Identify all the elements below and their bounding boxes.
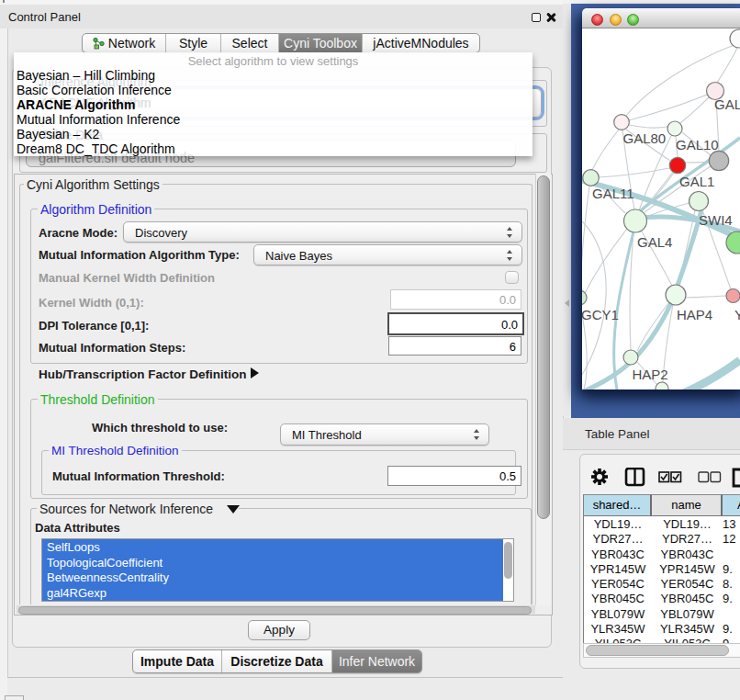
svg-text:SWI4: SWI4 bbox=[699, 212, 733, 228]
svg-text:GAL1: GAL1 bbox=[679, 174, 714, 189]
svg-text:GAL7: GAL7 bbox=[714, 96, 740, 112]
svg-text:GCY1: GCY1 bbox=[582, 307, 619, 322]
svg-text:GAL11: GAL11 bbox=[592, 186, 634, 201]
svg-text:HAP2: HAP2 bbox=[633, 367, 668, 382]
svg-text:GAL80: GAL80 bbox=[623, 130, 667, 146]
svg-text:GAL4: GAL4 bbox=[637, 234, 672, 250]
svg-text:GAL10: GAL10 bbox=[676, 137, 719, 152]
svg-text:Y: Y bbox=[734, 307, 740, 322]
svg-text:HAP4: HAP4 bbox=[677, 307, 712, 322]
